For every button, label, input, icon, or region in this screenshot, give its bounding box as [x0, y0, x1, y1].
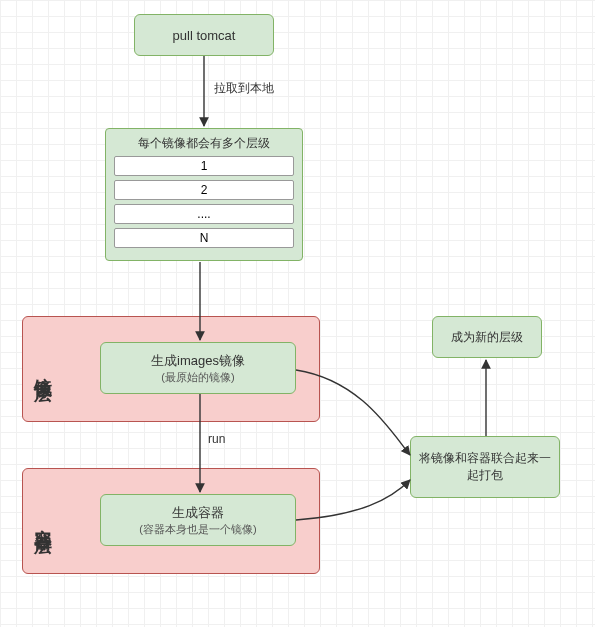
edge-label-run: run	[208, 432, 225, 446]
container-image-layer-label: 镜像层	[31, 363, 55, 375]
node-gen-images-line2: (最原始的镜像)	[161, 370, 234, 385]
layers-box-title: 每个镜像都会有多个层级	[114, 135, 294, 152]
node-pull-tomcat: pull tomcat	[134, 14, 274, 56]
node-new-layer: 成为新的层级	[432, 316, 542, 358]
layer-item: ....	[114, 204, 294, 224]
node-gen-container-line2: (容器本身也是一个镜像)	[139, 522, 256, 537]
node-pull-tomcat-label: pull tomcat	[173, 28, 236, 43]
node-new-layer-label: 成为新的层级	[451, 329, 523, 346]
node-gen-images-line1: 生成images镜像	[151, 352, 245, 370]
layer-item: 2	[114, 180, 294, 200]
node-gen-container: 生成容器 (容器本身也是一个镜像)	[100, 494, 296, 546]
node-gen-images: 生成images镜像 (最原始的镜像)	[100, 342, 296, 394]
container-container-layer-label: 容器层	[31, 515, 55, 527]
node-gen-container-line1: 生成容器	[172, 504, 224, 522]
node-layers-box: 每个镜像都会有多个层级 1 2 .... N	[105, 128, 303, 261]
edge-label-pull-to-layers: 拉取到本地	[214, 80, 274, 97]
layer-item: 1	[114, 156, 294, 176]
node-combine: 将镜像和容器联合起来一起打包	[410, 436, 560, 498]
layer-item: N	[114, 228, 294, 248]
node-combine-label: 将镜像和容器联合起来一起打包	[417, 450, 553, 484]
